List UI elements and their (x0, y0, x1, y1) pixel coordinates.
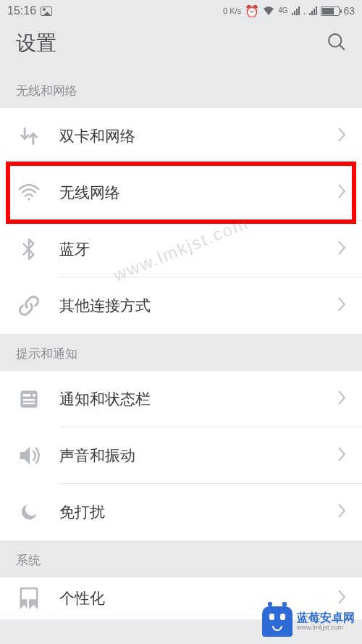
net-gen: 4G (278, 7, 287, 14)
chevron-right-icon (338, 503, 346, 521)
section-header-system: 系统 (0, 540, 362, 577)
link-icon (16, 293, 42, 319)
svg-point-2 (28, 198, 30, 201)
svg-rect-6 (23, 399, 35, 401)
svg-rect-4 (23, 394, 31, 397)
chevron-right-icon (338, 447, 346, 464)
brand-text: 蓝莓安卓网 www.lmkjst.com (297, 611, 355, 631)
battery-icon (321, 7, 340, 16)
brand-name-cn: 蓝莓安卓网 (297, 611, 355, 624)
status-bar: 15:16 0 K/s ⏰ 4G . 63 (0, 0, 362, 22)
status-right: 0 K/s ⏰ 4G . 63 (223, 4, 355, 18)
section-header-notifications: 提示和通知 (0, 334, 362, 371)
status-left: 15:16 (7, 4, 52, 17)
bluetooth-icon (16, 236, 42, 262)
section-header-wireless: 无线和网络 (0, 71, 362, 108)
chevron-right-icon (338, 184, 346, 201)
row-label: 声音和振动 (59, 446, 338, 466)
search-icon (327, 33, 346, 51)
row-label: 个性化 (59, 588, 338, 609)
chevron-right-icon (338, 390, 346, 408)
svg-line-1 (340, 45, 345, 50)
sound-icon (16, 443, 42, 469)
chevron-right-icon (338, 241, 346, 258)
row-sim-network[interactable]: 双卡和网络 (0, 108, 362, 164)
row-bluetooth[interactable]: 蓝牙 (0, 221, 362, 277)
svg-point-5 (33, 394, 35, 397)
sep-dot: . (303, 5, 306, 17)
row-label: 无线网络 (59, 183, 338, 203)
header: 设置 (0, 22, 362, 71)
chevron-right-icon (338, 127, 346, 145)
brand-name-en: www.lmkjst.com (297, 624, 355, 632)
alarm-icon: ⏰ (245, 4, 259, 18)
svg-rect-7 (23, 403, 35, 404)
list-wireless: 双卡和网络 无线网络 蓝牙 其他连接方式 (0, 108, 362, 334)
row-dnd[interactable]: 免打扰 (0, 484, 362, 540)
svg-point-0 (329, 34, 341, 46)
net-speed: 0 K/s (223, 7, 241, 15)
chevron-right-icon (338, 297, 346, 314)
brand-mascot-icon (262, 606, 292, 637)
moon-icon (16, 499, 42, 525)
row-notification-status[interactable]: 通知和状态栏 (0, 371, 362, 427)
chevron-right-icon (338, 590, 346, 607)
search-button[interactable] (327, 33, 346, 54)
signal-icon (292, 7, 300, 15)
personalization-icon (16, 585, 42, 611)
wifi-icon (16, 180, 42, 206)
gallery-icon (41, 7, 52, 16)
sim-swap-icon (16, 123, 42, 149)
row-label: 免打扰 (59, 502, 338, 522)
row-wifi[interactable]: 无线网络 (0, 164, 362, 221)
notification-icon (16, 386, 42, 412)
row-label: 双卡和网络 (59, 126, 338, 146)
wifi-status-icon (263, 5, 274, 17)
status-time: 15:16 (7, 4, 36, 17)
battery-level: 63 (343, 5, 355, 17)
row-sound-vibration[interactable]: 声音和振动 (0, 427, 362, 484)
footer-brand: 蓝莓安卓网 www.lmkjst.com (262, 606, 355, 637)
page-title: 设置 (16, 30, 56, 57)
row-label: 通知和状态栏 (59, 389, 338, 409)
list-notifications: 通知和状态栏 声音和振动 免打扰 (0, 371, 362, 540)
row-label: 其他连接方式 (59, 296, 338, 316)
row-other-connections[interactable]: 其他连接方式 (0, 277, 362, 334)
signal-icon-2 (309, 7, 317, 15)
row-label: 蓝牙 (59, 239, 338, 259)
